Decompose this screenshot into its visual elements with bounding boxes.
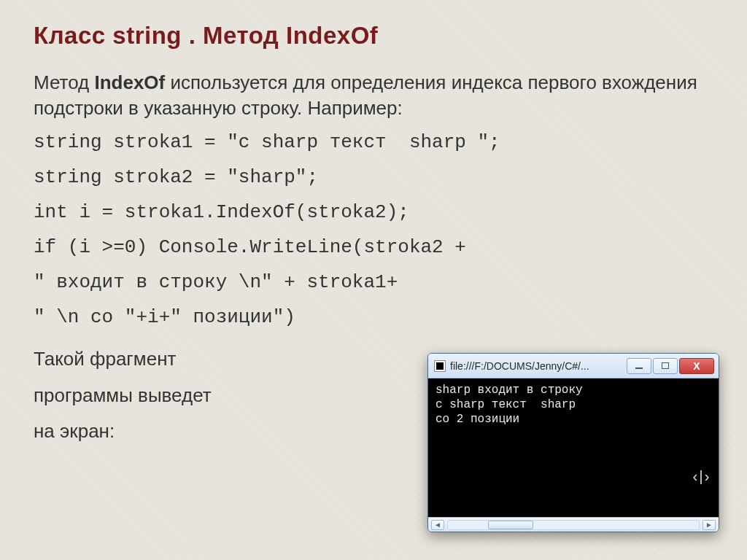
outro-line-2: программы выведет xyxy=(34,384,212,406)
minimize-icon xyxy=(635,368,643,369)
window-titlebar[interactable]: file:///F:/DOCUMS/Jenny/C#/... X xyxy=(428,354,719,378)
console-output: sharp входит в строку c sharp текст shar… xyxy=(428,378,719,517)
code-line-1: string stroka1 = "c sharp текст sharp "; xyxy=(34,131,713,153)
intro-prefix: Метод xyxy=(34,71,94,93)
close-icon: X xyxy=(693,360,700,372)
code-line-3: int i = stroka1.IndexOf(stroka2); xyxy=(34,201,713,223)
minimize-button[interactable] xyxy=(627,358,651,374)
outro-line-1: Такой фрагмент xyxy=(34,348,176,370)
text-cursor-icon: ‹|› xyxy=(691,468,708,486)
scroll-right-arrow[interactable]: ► xyxy=(703,520,716,530)
code-line-6: " \n со "+i+" позиции") xyxy=(34,306,713,328)
window-title: file:///F:/DOCUMS/Jenny/C#/... xyxy=(450,360,625,372)
console-window: file:///F:/DOCUMS/Jenny/C#/... X sharp в… xyxy=(427,353,719,532)
code-line-4: if (i >=0) Console.WriteLine(stroka2 + xyxy=(34,236,713,258)
code-line-2: string stroka2 = "sharp"; xyxy=(34,166,713,188)
maximize-button[interactable] xyxy=(653,358,678,374)
close-button[interactable]: X xyxy=(679,358,714,374)
maximize-icon xyxy=(662,362,669,369)
window-controls: X xyxy=(625,358,714,374)
slide-title: Класс string . Метод IndexOf xyxy=(34,22,713,50)
code-line-5: " входит в строку \n" + stroka1+ xyxy=(34,271,713,293)
outro-line-3: на экран: xyxy=(34,420,115,442)
intro-bold: IndexOf xyxy=(94,71,165,93)
intro-paragraph: Метод IndexOf используется для определен… xyxy=(34,70,713,121)
horizontal-scrollbar[interactable]: ◄ ► xyxy=(428,517,719,532)
app-icon xyxy=(434,360,446,372)
console-line-2: c sharp текст sharp xyxy=(436,398,576,411)
slide: Класс string . Метод IndexOf Метод Index… xyxy=(0,0,747,560)
scroll-left-arrow[interactable]: ◄ xyxy=(431,520,444,530)
scroll-track[interactable] xyxy=(447,520,700,530)
console-line-1: sharp входит в строку xyxy=(436,384,583,397)
console-line-3: со 2 позиции xyxy=(436,413,519,426)
scroll-thumb[interactable] xyxy=(488,521,533,529)
